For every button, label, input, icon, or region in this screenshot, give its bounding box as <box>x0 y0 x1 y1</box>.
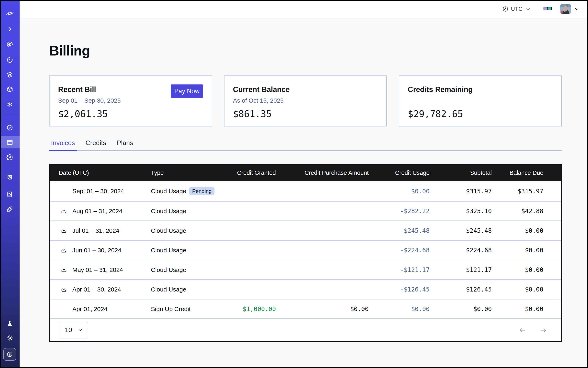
timezone-label: UTC <box>511 6 523 12</box>
chevron-down-icon <box>78 328 83 332</box>
balance-due-cell: $315.97 <box>492 188 561 195</box>
col-credit-purchase: Credit Purchase Amount <box>276 169 369 176</box>
date-cell: Sept 01 – 30, 2024 <box>50 188 151 195</box>
balance-due-cell: $0.00 <box>492 247 561 254</box>
invoice-date: Apr 01 – 30, 2024 <box>72 286 121 293</box>
subtotal-cell: $121.17 <box>430 266 492 273</box>
table-row: Jul 01 – 31, 2024Cloud Usage-$245.48$245… <box>50 221 561 240</box>
invoice-type: Cloud Usage <box>151 247 186 254</box>
status-badge: Pending <box>189 187 214 195</box>
credit-usage-cell: $0.00 <box>369 305 430 313</box>
card-amount: $861.35 <box>233 109 272 119</box>
cube-icon[interactable] <box>6 85 14 93</box>
chevron-right-icon[interactable] <box>6 25 14 33</box>
timer-icon[interactable] <box>6 56 14 64</box>
date-cell: Apr 01, 2024 <box>50 306 151 313</box>
sidebar-divider <box>0 168 19 168</box>
tab-plans[interactable]: Plans <box>115 139 135 150</box>
sun-icon[interactable] <box>6 334 14 342</box>
recent-bill-card: Recent Bill Sep 01 – Sep 30, 2025 $2,061… <box>49 75 212 127</box>
credit-usage-cell: $0.00 <box>369 188 430 195</box>
table-row: Sept 01 – 30, 2024Cloud UsagePending$0.0… <box>50 181 561 201</box>
date-cell: Jun 01 – 30, 2024 <box>50 247 151 254</box>
card-amount: $29,782.65 <box>408 109 463 119</box>
invoice-type: Cloud Usage <box>151 227 186 234</box>
tab-credits[interactable]: Credits <box>84 139 108 150</box>
credit-usage-cell: -$245.48 <box>369 227 430 234</box>
credit-granted-cell: $1,000.00 <box>226 305 276 313</box>
card-amount: $2,061.35 <box>58 109 108 119</box>
credit-usage-cell: -$121.17 <box>369 266 430 273</box>
type-cell: Cloud Usage <box>151 247 226 254</box>
gauge-icon[interactable] <box>6 124 14 132</box>
gear-icon[interactable] <box>6 153 14 161</box>
flask-icon[interactable] <box>6 320 14 328</box>
avatar[interactable] <box>560 4 571 14</box>
credit-usage-cell: -$282.22 <box>369 207 430 215</box>
date-cell: Jul 01 – 31, 2024 <box>50 227 151 234</box>
download-invoice-button[interactable] <box>61 208 67 214</box>
page-size-select[interactable]: 10 <box>59 322 88 338</box>
download-invoice-button[interactable] <box>61 267 67 273</box>
subtotal-cell: $126.45 <box>430 286 492 293</box>
credit-purchase-cell: $0.00 <box>276 305 369 313</box>
subtotal-cell: $0.00 <box>430 305 492 313</box>
summary-cards: Recent Bill Sep 01 – Sep 30, 2025 $2,061… <box>49 75 562 127</box>
page-size-value: 10 <box>65 326 72 334</box>
col-subtotal: Subtotal <box>430 169 492 176</box>
table-row: Jun 01 – 30, 2024Cloud Usage-$224.68$224… <box>50 240 561 260</box>
invoice-date: Aug 01 – 31, 2024 <box>72 208 122 215</box>
sidebar-divider <box>0 116 19 116</box>
billing-tabs: Invoices Credits Plans <box>49 139 562 151</box>
balance-due-cell: $0.00 <box>492 227 561 234</box>
asterisk-icon[interactable] <box>6 100 14 109</box>
prev-page-button[interactable] <box>519 327 525 333</box>
chevron-down-icon <box>525 6 531 12</box>
col-credit-granted: Credit Granted <box>226 169 276 176</box>
card-subtitle: Sep 01 – Sep 30, 2025 <box>58 97 203 104</box>
type-cell: Cloud Usage <box>151 208 226 215</box>
book-sparkle-icon[interactable] <box>6 190 14 199</box>
invoice-type: Cloud Usage <box>151 267 186 273</box>
card-title: Current Balance <box>233 85 378 94</box>
download-invoice-button[interactable] <box>61 286 67 293</box>
invoice-type: Cloud Usage <box>151 188 186 195</box>
billing-card-icon[interactable] <box>6 138 14 147</box>
table-footer: 10 <box>50 318 561 341</box>
card-title: Credits Remaining <box>408 85 553 94</box>
invoice-date: May 01 – 31, 2024 <box>72 267 123 273</box>
tab-invoices[interactable]: Invoices <box>49 139 77 150</box>
layers-icon[interactable] <box>6 71 14 79</box>
timezone-selector[interactable]: UTC <box>502 6 531 12</box>
clock-icon <box>502 6 508 12</box>
type-cell: Cloud Usage <box>151 267 226 273</box>
main-content: Billing Recent Bill Sep 01 – Sep 30, 202… <box>19 18 588 368</box>
invoice-date: Jun 01 – 30, 2024 <box>72 247 121 254</box>
logo-planet-icon[interactable] <box>6 9 14 18</box>
download-invoice-button[interactable] <box>61 227 67 234</box>
type-cell: Cloud UsagePending <box>151 187 226 195</box>
balance-due-cell: $0.00 <box>492 305 561 313</box>
credit-usage-cell: -$224.68 <box>369 247 430 254</box>
balance-due-cell: $0.00 <box>492 266 561 273</box>
3d-glasses-icon[interactable] <box>543 4 552 14</box>
pay-now-button[interactable]: Pay Now <box>171 84 203 98</box>
invoice-date: Sept 01 – 30, 2024 <box>72 188 124 195</box>
sidebar: $ <box>0 0 19 368</box>
dollar-seal-button[interactable]: $ <box>3 348 16 361</box>
next-page-button[interactable] <box>540 327 546 333</box>
spiral-eye-icon[interactable] <box>6 40 14 48</box>
balance-due-cell: $0.00 <box>492 286 561 293</box>
type-cell: Cloud Usage <box>151 286 226 293</box>
page-title: Billing <box>49 44 562 57</box>
svg-text:$: $ <box>9 352 11 356</box>
download-invoice-button[interactable] <box>61 247 67 254</box>
arrow-left-icon <box>519 327 526 334</box>
chevron-down-icon[interactable] <box>574 6 579 12</box>
rocket-icon[interactable] <box>6 205 14 213</box>
subtotal-cell: $245.48 <box>430 227 492 234</box>
date-cell: Aug 01 – 31, 2024 <box>50 208 151 215</box>
current-balance-card: Current Balance As of Oct 15, 2025 $861.… <box>224 75 387 127</box>
balance-due-cell: $42.88 <box>492 207 561 215</box>
lifebuoy-icon[interactable] <box>6 173 14 181</box>
